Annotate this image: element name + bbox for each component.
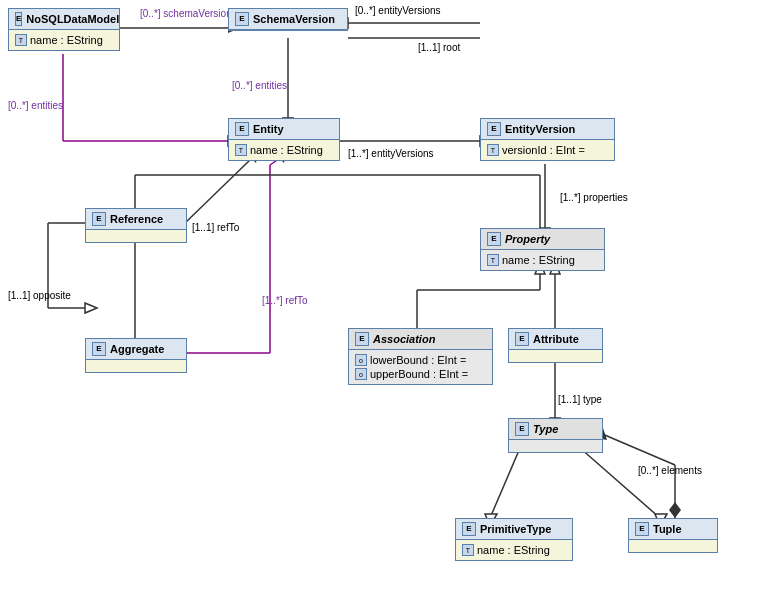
box-primitivetype-header: E PrimitiveType <box>456 519 572 540</box>
label-opposite: [1..1] opposite <box>8 290 71 301</box>
svg-line-40 <box>580 448 660 518</box>
assoc-attr-upper: o upperBound : EInt = <box>355 367 486 381</box>
svg-line-43 <box>600 433 675 465</box>
box-reference-body <box>86 230 186 242</box>
box-aggregate: E Aggregate <box>85 338 187 373</box>
box-reference-header: E Reference <box>86 209 186 230</box>
ev-icon: E <box>487 122 501 136</box>
box-type-body <box>509 440 602 452</box>
prop-icon: E <box>487 232 501 246</box>
box-tuple-header: E Tuple <box>629 519 717 540</box>
box-aggregate-header: E Aggregate <box>86 339 186 360</box>
diagram-lines <box>0 0 763 601</box>
box-property-header: E Property <box>481 229 604 250</box>
agg-icon: E <box>92 342 106 356</box>
box-primitivetype-body: T name : EString <box>456 540 572 560</box>
box-property: E Property T name : EString <box>480 228 605 271</box>
attr-icon: T <box>487 144 499 156</box>
box-type-header: E Type <box>509 419 602 440</box>
label-entities-top: [0..*] entities <box>232 80 287 91</box>
box-entityversion-header: E EntityVersion <box>481 119 614 140</box>
label-refto-1: [1..1] refTo <box>192 222 239 233</box>
svg-marker-45 <box>669 502 681 518</box>
attr-icon: T <box>462 544 474 556</box>
attr-icon: o <box>355 368 367 380</box>
label-type: [1..1] type <box>558 394 602 405</box>
entity-attr-name: T name : EString <box>235 143 333 157</box>
svg-line-15 <box>185 158 252 223</box>
attr-icon: T <box>15 34 27 46</box>
box-association-header: E Association <box>349 329 492 350</box>
svg-line-38 <box>490 448 520 518</box>
attr-box-icon: E <box>515 332 529 346</box>
box-association: E Association o lowerBound : EInt = o up… <box>348 328 493 385</box>
svg-marker-20 <box>85 303 97 313</box>
box-association-body: o lowerBound : EInt = o upperBound : EIn… <box>349 350 492 384</box>
box-entityversion: E EntityVersion T versionId : EInt = <box>480 118 615 161</box>
attr-icon: T <box>235 144 247 156</box>
assoc-attr-lower: o lowerBound : EInt = <box>355 353 486 367</box>
box-entityversion-body: T versionId : EInt = <box>481 140 614 160</box>
label-elements: [0..*] elements <box>638 465 702 476</box>
box-attribute-body <box>509 350 602 362</box>
box-type: E Type <box>508 418 603 453</box>
box-schemaversion: E SchemaVersion <box>228 8 348 31</box>
uml-diagram: [0..*] schemaVersions [0..*] entityVersi… <box>0 0 763 601</box>
label-refto-2: [1..*] refTo <box>262 295 308 306</box>
sv-icon: E <box>235 12 249 26</box>
box-attribute-header: E Attribute <box>509 329 602 350</box>
box-primitivetype: E PrimitiveType T name : EString <box>455 518 573 561</box>
label-entityversions-mid: [1..*] entityVersions <box>348 148 434 159</box>
box-reference: E Reference <box>85 208 187 243</box>
label-root: [1..1] root <box>418 42 460 53</box>
attr-icon: T <box>487 254 499 266</box>
box-entity-body: T name : EString <box>229 140 339 160</box>
tuple-icon: E <box>635 522 649 536</box>
label-entityversions-top: [0..*] entityVersions <box>355 5 441 16</box>
box-tuple-body <box>629 540 717 552</box>
type-icon: E <box>515 422 529 436</box>
box-nosqldatamodel-body: T name : EString <box>9 30 119 50</box>
entity-icon: E <box>235 122 249 136</box>
ev-attr-versionid: T versionId : EInt = <box>487 143 608 157</box>
attr-icon: o <box>355 354 367 366</box>
prop-attr-name: T name : EString <box>487 253 598 267</box>
box-schemaversion-header: E SchemaVersion <box>229 9 347 30</box>
box-nosqldatamodel-header: E NoSQLDataModel <box>9 9 119 30</box>
box-entity: E Entity T name : EString <box>228 118 340 161</box>
label-properties: [1..*] properties <box>560 192 628 203</box>
ref-icon: E <box>92 212 106 226</box>
box-attribute: E Attribute <box>508 328 603 363</box>
nosql-attr-name: T name : EString <box>15 33 113 47</box>
box-aggregate-body <box>86 360 186 372</box>
label-entities-left: [0..*] entities <box>8 100 63 111</box>
pt-attr-name: T name : EString <box>462 543 566 557</box>
box-tuple: E Tuple <box>628 518 718 553</box>
nosql-icon: E <box>15 12 22 26</box>
box-entity-header: E Entity <box>229 119 339 140</box>
box-property-body: T name : EString <box>481 250 604 270</box>
box-nosqldatamodel: E NoSQLDataModel T name : EString <box>8 8 120 51</box>
pt-icon: E <box>462 522 476 536</box>
assoc-icon: E <box>355 332 369 346</box>
label-schemaversions: [0..*] schemaVersions <box>140 8 237 19</box>
